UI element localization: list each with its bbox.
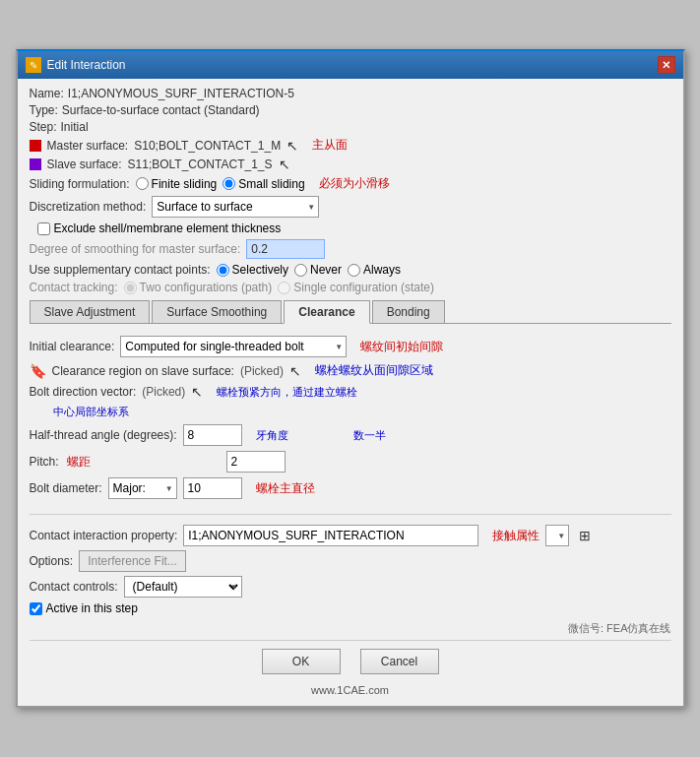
smoothing-label: Degree of smoothing for master surface: [30,242,241,256]
master-surface-icon [30,140,41,152]
pitch-annotation: 螺距 [67,454,91,471]
tab-surface-smoothing[interactable]: Surface Smoothing [152,300,282,323]
edit-prop-icon[interactable]: ⊞ [579,528,591,543]
bolt-direction-annotation2: 中心局部坐标系 [53,406,129,417]
small-sliding-radio[interactable] [223,177,235,190]
dialog-title: Edit Interaction [47,58,126,72]
initial-clearance-select-wrapper: Computed for single-threaded bolt [120,336,347,357]
always-radio[interactable] [348,264,360,277]
contact-points-row: Use supplementary contact points: Select… [30,263,671,277]
single-config-label: Single configuration (state) [293,281,434,294]
master-cursor-icon[interactable]: ↖ [286,138,298,154]
bolt-direction-label: Bolt direction vector: [30,385,137,399]
clearance-tab-content: Initial clearance: Computed for single-t… [30,332,671,508]
exclude-shell-row: Exclude shell/membrane element thickness [37,221,671,235]
initial-clearance-row: Initial clearance: Computed for single-t… [30,336,671,357]
finite-sliding-option[interactable]: Finite sliding [136,177,218,191]
bolt-direction-annotation: 螺栓预紧方向，通过建立螺栓 [217,385,357,400]
two-config-radio [124,282,137,294]
two-config-option: Two configurations (path) [124,281,273,294]
finite-sliding-radio[interactable] [136,177,149,190]
half-thread-label: Half-thread angle (degrees): [30,428,177,442]
active-step-label: Active in this step [46,601,138,615]
discretization-select[interactable]: Surface to surface [152,196,319,218]
bolt-diameter-input[interactable] [183,477,242,499]
clearance-region-cursor[interactable]: ↖ [289,363,301,379]
controls-row: Contact controls: (Default) [30,576,671,598]
never-radio[interactable] [294,264,307,277]
bolt-direction-row: Bolt direction vector: (Picked) ↖ 螺栓预紧方向… [30,384,671,400]
selectively-option[interactable]: Selectively [217,263,288,277]
dialog-icon: ✎ [26,57,41,73]
master-surface-row: Master surface: S10;BOLT_CONTACT_1_M ↖ 主… [30,137,671,154]
selectively-radio[interactable] [217,264,229,277]
bolt-diameter-select[interactable]: Major: [108,477,177,499]
slave-surface-icon [30,158,41,170]
options-label: Options: [30,554,74,568]
always-label: Always [363,263,401,277]
name-label: Name: [30,87,64,100]
tab-clearance[interactable]: Clearance [284,300,369,324]
always-option[interactable]: Always [348,263,401,277]
master-annotation: 主从面 [312,137,348,154]
master-surface-label: Master surface: [47,139,129,153]
master-surface-value: S10;BOLT_CONTACT_1_M [134,139,281,153]
watermark-row: 微信号: FEA仿真在线 [30,621,671,636]
controls-label: Contact controls: [30,580,118,594]
step-label: Step: [30,120,57,134]
site-watermark: www.1CAE.com [311,684,389,696]
edit-interaction-dialog: ✎ Edit Interaction ✕ Name: I1;ANONYMOUS_… [16,49,685,708]
pitch-row: Pitch: 螺距 [30,451,671,473]
bolt-direction-annotation2-row: 中心局部坐标系 [45,405,671,419]
clearance-region-annotation: 螺栓螺纹从面间隙区域 [315,362,433,379]
bolt-direction-cursor[interactable]: ↖ [191,384,203,400]
contact-points-label: Use supplementary contact points: [30,263,211,277]
contact-prop-dropdown-wrapper [545,525,569,546]
close-button[interactable]: ✕ [658,56,675,74]
active-step-checkbox[interactable] [30,602,42,615]
pitch-input[interactable] [226,451,286,473]
controls-select[interactable]: (Default) [124,576,242,598]
small-sliding-label: Small sliding [238,177,304,191]
clearance-region-row: 🔖 Clearance region on slave surface: (Pi… [30,362,671,379]
bottom-section: Contact interaction property: 接触属性 ⊞ Opt… [30,521,671,615]
slave-cursor-icon[interactable]: ↖ [279,157,290,172]
type-label: Type: [30,103,58,117]
slave-surface-value: S11;BOLT_CONTACT_1_S [128,158,273,171]
exclude-shell-checkbox[interactable] [37,222,50,235]
contact-prop-row: Contact interaction property: 接触属性 ⊞ [30,525,671,546]
ok-button[interactable]: OK [262,649,341,674]
discretization-row: Discretization method: Surface to surfac… [30,196,671,218]
bolt-diameter-row: Bolt diameter: Major: 螺栓主直径 [30,477,671,499]
contact-prop-label: Contact interaction property: [30,529,178,542]
section-divider [30,514,671,515]
half-thread-input[interactable] [183,424,242,446]
cancel-button[interactable]: Cancel [360,649,439,674]
sliding-label: Sliding formulation: [30,177,130,191]
pitch-label-area: Pitch: 螺距 [30,454,226,471]
selectively-label: Selectively [232,263,288,277]
contact-prop-dropdown[interactable] [545,525,569,546]
clearance-region-label: Clearance region on slave surface: [52,364,234,378]
type-value: Surface-to-surface contact (Standard) [62,103,260,117]
tab-bonding[interactable]: Bonding [372,300,445,323]
initial-clearance-select[interactable]: Computed for single-threaded bolt [120,336,347,357]
interference-fit-button[interactable]: Interference Fit... [79,550,186,572]
smoothing-input[interactable] [246,239,325,259]
contact-tracking-row: Contact tracking: Two configurations (pa… [30,281,671,294]
discretization-select-wrapper: Surface to surface [152,196,319,218]
tabs-container: Slave Adjustment Surface Smoothing Clear… [30,300,671,324]
type-row: Type: Surface-to-surface contact (Standa… [30,103,671,117]
dialog-body: Name: I1;ANONYMOUS_SURF_INTERACTION-5 Ty… [18,79,683,706]
never-option[interactable]: Never [294,263,342,277]
single-config-radio [278,282,290,294]
step-row: Step: Initial [30,120,671,134]
initial-clearance-label: Initial clearance: [30,340,115,353]
contact-prop-input[interactable] [183,525,478,546]
small-sliding-option[interactable]: Small sliding [223,177,304,191]
tab-slave-adjustment[interactable]: Slave Adjustment [30,300,151,323]
controls-select-wrapper: (Default) [124,576,242,598]
tracking-label: Contact tracking: [30,281,118,294]
half-thread-row: Half-thread angle (degrees): 牙角度 数一半 [30,424,671,446]
never-label: Never [310,263,342,277]
